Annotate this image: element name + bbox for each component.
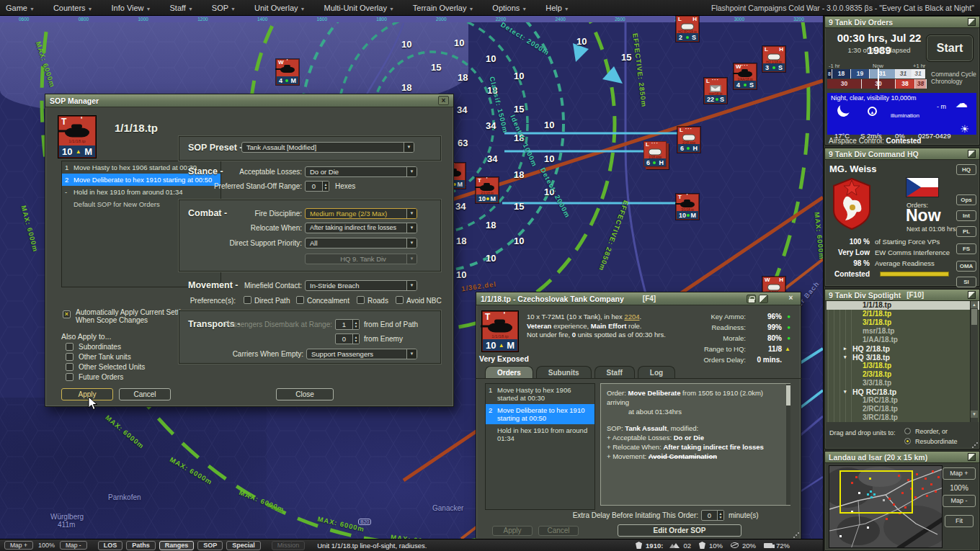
unit-tree-item[interactable]: 3/1/18.tp bbox=[827, 318, 979, 327]
statusbar-button[interactable]: Map + bbox=[4, 541, 33, 550]
unit-counter[interactable]: T ' 2/1/18.tp 10M bbox=[476, 177, 499, 203]
tab[interactable]: Staff bbox=[594, 366, 635, 379]
other-tank-units-checkbox[interactable] bbox=[66, 353, 74, 361]
hq-side-button[interactable]: PL bbox=[956, 226, 976, 237]
order-list-item[interactable]: Hold in hex 1910 from around 01:34 bbox=[486, 424, 594, 444]
tree-scrollbar[interactable]: ▲ ▼ bbox=[970, 301, 978, 422]
scrollbar-thumb[interactable] bbox=[786, 385, 790, 406]
order-list-item[interactable]: 1Move Hasty to hex 1906 started at 00:30 bbox=[486, 384, 594, 404]
statusbar-button[interactable]: SOP bbox=[197, 541, 223, 550]
minefield-contact-dropdown[interactable]: In-Stride Breach bbox=[305, 280, 417, 291]
unit-counter[interactable]: L H HQ 1/18.tp 3S bbox=[762, 46, 785, 72]
unit-order-list[interactable]: 1Move Hasty to hex 1906 started at 00:30… bbox=[485, 383, 595, 510]
tree-expander-icon[interactable]: ▾ bbox=[844, 388, 847, 396]
hq-side-button[interactable]: OMA bbox=[956, 261, 976, 272]
unit-counter[interactable]: W ··· 1/AA/18.tp 4S bbox=[734, 63, 757, 89]
statusbar-button[interactable]: LOS bbox=[98, 541, 123, 550]
minimap-image[interactable] bbox=[829, 465, 943, 548]
close-button[interactable]: Close bbox=[276, 388, 334, 400]
cancel-button[interactable]: Cancel bbox=[119, 388, 171, 400]
enemy-range-stepper[interactable]: 0▲▼ bbox=[335, 333, 360, 344]
unit-tree-item[interactable]: 2/1/18.tp bbox=[827, 310, 979, 318]
scrollbar-thumb[interactable] bbox=[971, 309, 977, 325]
menu-item[interactable]: Game▼ bbox=[6, 4, 35, 12]
menu-item[interactable]: SOP▼ bbox=[212, 4, 236, 12]
close-icon[interactable]: × bbox=[785, 294, 796, 303]
direct-path-checkbox[interactable] bbox=[244, 296, 251, 304]
hq-side-button[interactable]: HQ bbox=[956, 164, 976, 175]
lock-icon[interactable] bbox=[747, 295, 756, 303]
unit-counter[interactable]: T ' 3/1/18.tp 10M bbox=[676, 194, 699, 220]
popout-icon[interactable] bbox=[968, 453, 976, 461]
unit-tree-item[interactable]: 3/RC/18.tp bbox=[827, 413, 979, 422]
unit-counter[interactable]: L ··· 1/18.spw 6H bbox=[643, 141, 667, 167]
hex-link[interactable]: 2204 bbox=[624, 313, 639, 321]
avoid-nbc-checkbox[interactable] bbox=[396, 296, 404, 304]
other-selected-units-checkbox[interactable] bbox=[66, 363, 74, 371]
sop-manager-titlebar[interactable]: SOP Manager × bbox=[45, 94, 453, 107]
hq-side-button[interactable]: Ops bbox=[956, 194, 976, 205]
tab[interactable]: Log bbox=[638, 366, 675, 379]
tree-expander-icon[interactable]: ▾ bbox=[844, 353, 847, 362]
scroll-up-icon[interactable]: ▲ bbox=[971, 301, 978, 308]
acceptable-losses-dropdown[interactable]: Do or Die bbox=[305, 166, 417, 177]
unit-tree-item[interactable]: ▾HQ RC/18.tp bbox=[827, 388, 979, 396]
hq-side-button[interactable]: Int bbox=[956, 210, 976, 221]
unit-tree-item[interactable]: 1/AA/18.tp bbox=[827, 336, 979, 344]
extra-delay-stepper[interactable]: 0▲▼ bbox=[701, 510, 724, 521]
scroll-down-icon[interactable]: ▼ bbox=[971, 411, 978, 418]
unit-dialog-titlebar[interactable]: 1/1/18.tp - Czechoslovak Tank Company [F… bbox=[476, 292, 801, 305]
minimap-zoom-out-button[interactable]: Map - bbox=[943, 495, 976, 507]
roads-checkbox[interactable] bbox=[357, 296, 365, 304]
reorder-radio[interactable] bbox=[904, 428, 911, 434]
minimap-zoom-in-button[interactable]: Map + bbox=[943, 467, 976, 480]
popout-icon[interactable] bbox=[759, 295, 768, 303]
tab[interactable]: Subunits bbox=[536, 366, 592, 379]
order-list-item[interactable]: 2Move Deliberate to hex 1910 starting at… bbox=[486, 404, 594, 424]
statusbar-button[interactable]: Mission bbox=[272, 541, 306, 550]
close-icon[interactable]: × bbox=[438, 96, 449, 105]
statusbar-button[interactable]: 100% bbox=[37, 542, 56, 549]
unit-tree-item[interactable]: 2/RC/18.tp bbox=[827, 405, 979, 413]
direct-support-dropdown[interactable]: All bbox=[305, 238, 417, 248]
minimap-fit-button[interactable]: Fit bbox=[945, 515, 974, 527]
fire-discipline-dropdown[interactable]: Medium Range (2/3 Max) bbox=[305, 208, 417, 219]
tab[interactable]: Orders bbox=[485, 366, 533, 379]
menu-item[interactable]: Terrain Overlay▼ bbox=[413, 4, 474, 12]
auto-apply-checkbox[interactable]: × bbox=[63, 310, 71, 318]
minimap-panel-header[interactable]: Landau ad Isar (20 x 15 km) bbox=[825, 452, 979, 463]
unit-tree[interactable]: 1/1/18.tp2/1/18.tp3/1/18.tpmsr/18.tp1/AA… bbox=[827, 301, 979, 422]
unit-tree-item[interactable]: 1/3/18.tp bbox=[827, 362, 979, 370]
popout-icon[interactable] bbox=[968, 291, 976, 299]
statusbar-button[interactable]: Ranges bbox=[159, 541, 195, 550]
hq-side-button[interactable]: FS bbox=[956, 243, 976, 254]
statusbar-button[interactable]: Map - bbox=[60, 541, 87, 550]
menu-item[interactable]: Options▼ bbox=[492, 4, 527, 12]
order-list-item[interactable]: -Hold in hex 1910 from around 01:34 bbox=[62, 186, 220, 198]
statusbar-button[interactable]: Paths bbox=[126, 541, 156, 550]
disembark-stepper[interactable]: 1▲▼ bbox=[335, 319, 360, 330]
popout-icon[interactable] bbox=[968, 18, 976, 26]
start-button[interactable]: Start bbox=[926, 35, 974, 62]
detail-scrollbar[interactable] bbox=[786, 384, 790, 505]
tree-expander-icon[interactable]: ▸ bbox=[844, 344, 847, 353]
statusbar-button[interactable]: Special bbox=[226, 541, 261, 550]
concealment-checkbox[interactable] bbox=[296, 296, 304, 304]
popout-icon[interactable] bbox=[968, 150, 976, 158]
unit-counter[interactable]: L H HQ RC/18.tp 2S bbox=[676, 16, 699, 42]
unit-counter[interactable]: L ··· 2/18.spw 6H bbox=[677, 127, 700, 153]
hq-side-button[interactable]: SI bbox=[956, 277, 976, 287]
standoff-range-stepper[interactable]: 0▲▼ bbox=[305, 181, 329, 192]
viewport-rectangle[interactable] bbox=[839, 470, 913, 514]
menu-item[interactable]: Unit Overlay▼ bbox=[254, 4, 305, 12]
subordinates-checkbox[interactable] bbox=[66, 343, 74, 351]
menu-item[interactable]: Multi-Unit Overlay▼ bbox=[324, 4, 394, 12]
unit-counter[interactable]: W ' 4M bbox=[276, 59, 299, 85]
menu-item[interactable]: Help▼ bbox=[545, 4, 569, 12]
edit-order-sop-button[interactable]: Edit Order SOP bbox=[618, 524, 741, 537]
menu-item[interactable]: Info View▼ bbox=[111, 4, 151, 12]
hq-panel-header[interactable]: 9 Tank Div Command HQ bbox=[825, 148, 979, 160]
unit-counter[interactable]: L ··· msr/18.tp 22S bbox=[704, 78, 727, 104]
sop-preset-dropdown[interactable]: Tank Assault [Modified] bbox=[241, 142, 414, 153]
unit-tree-item[interactable]: 3/3/18.tp bbox=[827, 379, 979, 388]
